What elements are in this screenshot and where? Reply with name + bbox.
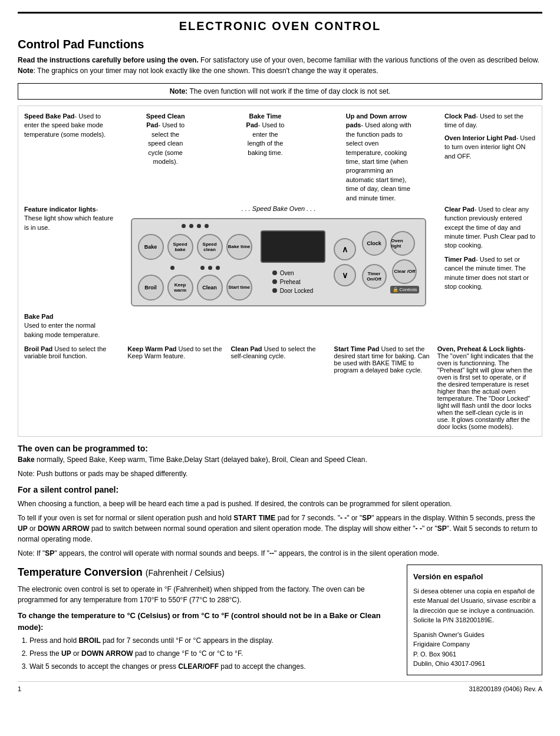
clock-desc: Clock Pad- Used to set the time of day. …: [442, 112, 536, 203]
programmable-section: The oven can be programmed to: Bake norm…: [18, 444, 542, 464]
bake-time-desc-top: Bake Time Pad- Used to enter the length …: [243, 112, 287, 203]
bake-time-pad-button[interactable]: Bake time: [226, 234, 252, 260]
clock-pad-button[interactable]: Clock: [362, 231, 387, 256]
start-time-pad-button[interactable]: Start time: [226, 275, 252, 301]
speed-bake-desc: Speed Bake Pad- Used to enter the speed …: [24, 112, 116, 203]
timer-pad-button[interactable]: Timer On/Off: [362, 264, 387, 289]
status-lights: Oven Preheat Door Locked: [272, 270, 314, 294]
preheat-light-label: Preheat: [280, 279, 301, 285]
bake-pad-button[interactable]: Bake: [138, 234, 164, 260]
speed-bake-oven-label: . . . Speed Bake Oven . . .: [242, 205, 316, 212]
keep-warm-pad-button[interactable]: Keep warm: [167, 275, 193, 301]
broil-pad-button[interactable]: Broil: [138, 275, 164, 301]
bake-pad-desc: Bake Pad Used to enter the normal baking…: [24, 312, 116, 339]
clean-pad-button[interactable]: Clean: [197, 275, 223, 301]
speed-clean-desc-top: Speed Clean Pad- Used to select the spee…: [143, 112, 187, 203]
feature-indicator-desc: Feature indicator lights- These light sh…: [24, 205, 116, 232]
diagram-area: Speed Bake Pad- Used to enter the speed …: [18, 105, 542, 437]
controls-badge: 🔒 Controls: [390, 286, 420, 293]
page-footer: 1 318200189 (0406) Rev. A: [18, 681, 542, 692]
doc-number: 318200189 (0406) Rev. A: [469, 685, 542, 692]
speed-clean-pad-button[interactable]: Speed clean: [197, 234, 223, 260]
step-2: Press the UP or DOWN ARROW pad to change…: [29, 648, 395, 659]
note-box: Note: Note: The oven function will not w…: [18, 83, 542, 100]
bottom-two-col: Temperature Conversion (Fahrenheit / Cel…: [18, 565, 542, 675]
intro-text: Read the instructions carefully before u…: [18, 55, 542, 76]
oven-light-pad-button[interactable]: Oven light: [390, 231, 415, 256]
page-number: 1: [18, 685, 21, 692]
clear-off-pad-button[interactable]: Clear /Off: [392, 259, 417, 284]
spanish-box: Versión en español Si desea obtener una …: [407, 565, 542, 675]
down-arrow-button[interactable]: ∨: [334, 264, 356, 286]
step-1: Press and hold BROIL pad for 7 seconds u…: [29, 635, 395, 646]
temp-conversion-main: Temperature Conversion (Fahrenheit / Cel…: [18, 565, 395, 675]
clear-pad-desc: Clear Pad- Used to clear any function pr…: [442, 205, 536, 292]
page-title: ELECTRONIC OVEN CONTROL: [18, 12, 542, 33]
section-heading: Control Pad Functions: [18, 38, 542, 51]
speed-bake-pad-button[interactable]: Speed bake: [167, 234, 193, 260]
bottom-descriptions: Broil Pad Used to select the variable br…: [24, 345, 536, 430]
silent-panel-section: For a silent control panel: When choosin…: [18, 484, 542, 559]
note2-text: Note: Push buttons or pads may be shaped…: [18, 470, 542, 478]
door-locked-light-label: Door Locked: [280, 288, 314, 294]
step-3: Wait 5 seconds to accept the changes or …: [29, 661, 395, 672]
arrow-pads-desc-top: Up and Down arrow pads- Used along with …: [343, 112, 414, 203]
oven-light-label: Oven: [280, 270, 294, 276]
up-arrow-button[interactable]: ∧: [334, 238, 356, 260]
oven-display-screen: [261, 230, 325, 263]
temp-steps-list: Press and hold BROIL pad for 7 seconds u…: [29, 635, 395, 672]
